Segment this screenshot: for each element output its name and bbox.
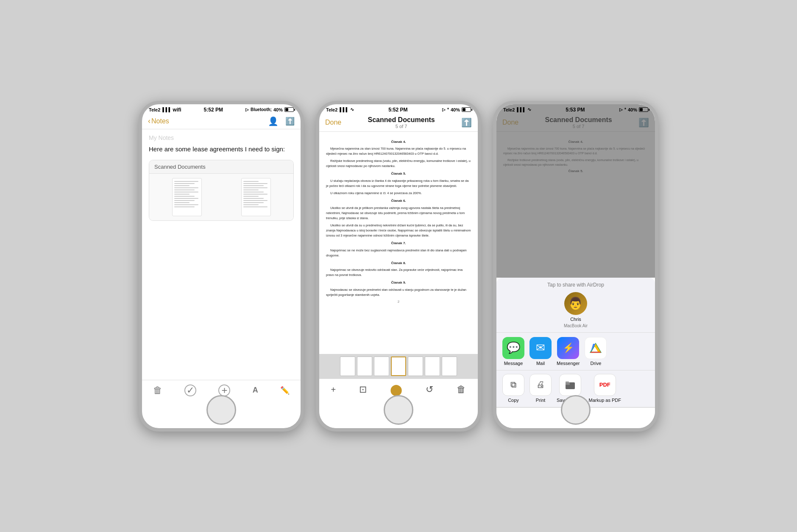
- add-page-icon[interactable]: +: [331, 385, 336, 395]
- article7-p1: Najoprimac se ne može bez suglasnosti na…: [326, 248, 471, 258]
- copy-label: Copy: [508, 398, 519, 403]
- share-overlay: Tap to share with AirDrop 👨 Chris MacBoo…: [496, 104, 655, 428]
- status-bar-1: Tele2 ▌▌▌ wifi 5:52 PM ▷ Bluetooth; 40%: [142, 104, 301, 114]
- airdrop-contact-chris[interactable]: 👨 Chris MacBook Air: [564, 292, 588, 328]
- avatar-device-chris: MacBook Air: [564, 323, 588, 328]
- article6-p2: Ukoliko se utvrdi da su u predmetnoj nek…: [326, 223, 471, 238]
- wifi-icon: wifi: [173, 107, 181, 113]
- status-right: ▷ Bluetooth; 40%: [245, 107, 294, 112]
- home-button-3[interactable]: [561, 395, 591, 425]
- line: [243, 187, 268, 188]
- article4-p2: Režijske troškove predmetnog stana (vodu…: [326, 159, 471, 169]
- save-to-files-icon: [559, 374, 581, 396]
- drive-label: Drive: [591, 361, 602, 366]
- home-button-1[interactable]: [206, 395, 236, 425]
- share-icon-2[interactable]: ⬆️: [461, 117, 472, 128]
- scanned-doc-card[interactable]: Scanned Documents: [149, 160, 294, 221]
- page-number: 2: [326, 300, 471, 304]
- trash-icon-2[interactable]: 🗑: [457, 384, 466, 395]
- share-icon-1[interactable]: ⬆️: [285, 117, 295, 126]
- svg-rect-6: [566, 382, 569, 383]
- line: [243, 181, 259, 182]
- print-icon: 🖨: [529, 374, 552, 396]
- time-1: 5:52 PM: [204, 107, 223, 113]
- phone-1: Tele2 ▌▌▌ wifi 5:52 PM ▷ Bluetooth; 40% …: [139, 101, 304, 432]
- location-icon-2: ▷: [442, 107, 446, 112]
- line: [174, 206, 195, 207]
- share-action-copy[interactable]: ⧉ Copy: [502, 374, 524, 403]
- article6-p1: Ukoliko se utvrdi da je prilikom prestan…: [326, 206, 471, 221]
- screen-1: Tele2 ▌▌▌ wifi 5:52 PM ▷ Bluetooth; 40% …: [142, 104, 301, 428]
- share-action-markup-pdf[interactable]: PDF Markup as PDF: [589, 374, 621, 403]
- markup-icon[interactable]: A: [253, 386, 258, 395]
- line: [174, 198, 198, 199]
- bt-icon: Bluetooth;: [251, 107, 272, 112]
- wifi-icon-2: ∿: [350, 107, 354, 112]
- share-app-mail[interactable]: ✉ Mail: [529, 337, 552, 366]
- doc-page-2: [241, 178, 271, 216]
- screen-2: Tele2 ▌▌▌ ∿ 5:52 PM ▷ * 40% Done Scanned…: [319, 104, 478, 428]
- share-dim: [496, 104, 655, 278]
- doc-page-content: Članak 4. Mjesečna najamnina za stan izn…: [326, 139, 471, 298]
- drive-icon: [585, 337, 607, 359]
- check-icon[interactable]: ✓: [184, 384, 196, 396]
- share-app-messenger[interactable]: ⚡ Messenger: [557, 337, 580, 366]
- status-left-2: Tele2 ▌▌▌ ∿: [326, 107, 354, 112]
- share-app-drive[interactable]: Drive: [585, 337, 607, 366]
- rotate-icon[interactable]: ↺: [426, 384, 433, 395]
- notes-body-text: Here are some lease agreements I need to…: [149, 145, 294, 154]
- airdrop-avatars: 👨 Chris MacBook Air: [564, 290, 588, 330]
- thumb-3[interactable]: [374, 357, 389, 376]
- home-button-2[interactable]: [384, 395, 413, 425]
- line: [174, 200, 195, 201]
- thumb-2[interactable]: [357, 357, 372, 376]
- line: [174, 187, 198, 188]
- article6-title: Članak 6.: [326, 198, 471, 204]
- article5-title: Članak 5.: [326, 171, 471, 177]
- thumb-6[interactable]: [425, 357, 440, 376]
- back-button[interactable]: ‹ Notes: [148, 117, 169, 125]
- doc-page-view: Članak 4. Mjesečna najamnina za stan izn…: [319, 132, 478, 354]
- notes-nav: ‹ Notes 👤 ⬆️: [142, 114, 301, 129]
- doc-title-2: Scanned Documents: [368, 116, 435, 124]
- line: [243, 196, 259, 197]
- notes-title-faded: My Notes: [149, 134, 294, 141]
- trash-icon[interactable]: 🗑: [153, 385, 162, 396]
- line: [243, 183, 268, 184]
- add-icon[interactable]: +: [218, 384, 230, 396]
- line: [243, 185, 264, 186]
- article7-title: Članak 7.: [326, 241, 471, 246]
- bt-percent: 40%: [273, 107, 283, 112]
- thumb-4-active[interactable]: [391, 357, 406, 376]
- article8-title: Članak 8.: [326, 261, 471, 266]
- doc-nav-center: Scanned Documents 5 of 7: [368, 116, 435, 129]
- messenger-icon: ⚡: [557, 337, 579, 359]
- article9-title: Članak 9.: [326, 280, 471, 286]
- time-2: 5:52 PM: [388, 107, 407, 113]
- copy-icon: ⧉: [502, 374, 524, 396]
- signal-icon-2: ▌▌▌: [340, 107, 348, 112]
- filter-icon[interactable]: ⬤: [390, 383, 402, 396]
- done-button[interactable]: Done: [325, 119, 341, 126]
- line: [243, 206, 268, 207]
- thumb-5[interactable]: [408, 357, 423, 376]
- line: [174, 181, 198, 182]
- carrier-1: Tele2: [149, 107, 160, 112]
- thumb-1[interactable]: [340, 357, 355, 376]
- line: [174, 194, 189, 195]
- compose-icon[interactable]: ✏️: [280, 386, 290, 395]
- scanned-doc-header: Scanned Documents: [149, 160, 293, 174]
- messenger-label: Messenger: [557, 361, 580, 366]
- status-right-2: ▷ * 40%: [442, 107, 471, 112]
- airdrop-row: Tap to share with AirDrop 👨 Chris MacBoo…: [496, 278, 655, 333]
- avatar-circle-chris: 👨: [564, 292, 587, 315]
- add-person-icon[interactable]: 👤: [268, 116, 279, 126]
- avatar-name-chris: Chris: [570, 317, 581, 322]
- share-action-print[interactable]: 🖨 Print: [529, 374, 552, 403]
- thumb-7[interactable]: [442, 357, 457, 376]
- line: [174, 196, 195, 197]
- bt-icon-2: *: [447, 107, 449, 112]
- share-app-message[interactable]: 💬 Message: [502, 337, 524, 366]
- crop-icon[interactable]: ⊡: [359, 384, 367, 395]
- battery-2: [462, 107, 471, 112]
